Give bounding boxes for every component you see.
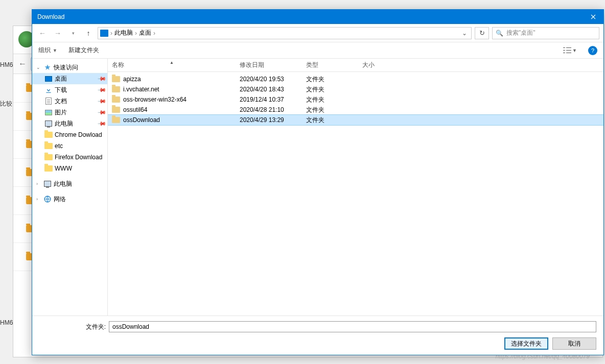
breadcrumb-sep: › [153,30,155,37]
folder-label: 文件夹: [39,323,106,331]
svg-rect-4 [563,53,565,53]
tree-this-pc[interactable]: › 此电脑 [32,178,107,189]
folder-icon [112,117,120,123]
file-type: 文件夹 [302,116,358,125]
forward-button[interactable]: → [52,27,64,39]
chevron-down-icon[interactable]: ⌄ [36,65,41,70]
column-type[interactable]: 类型 [302,61,358,69]
bg-back-icon: ← [18,59,27,68]
file-row[interactable]: apizza 2020/4/20 19:53 文件夹 [108,74,603,84]
pin-icon: 📌 [97,118,106,128]
tree-item-downloads[interactable]: 下载 📌 [32,84,107,95]
pin-icon: 📌 [97,85,106,94]
column-date[interactable]: 修改日期 [236,61,302,69]
chevron-right-icon[interactable]: › [36,181,41,186]
svg-rect-2 [563,50,565,51]
file-date: 2020/4/29 13:29 [236,116,302,124]
tree-item-pictures[interactable]: 图片 📌 [32,107,107,118]
tree-item-thispc-pinned[interactable]: 此电脑 📌 [32,118,107,129]
file-type: 文件夹 [302,85,358,94]
bg-left-label2: HM6 [0,319,13,326]
svg-rect-1 [566,47,571,48]
file-date: 2019/12/4 10:37 [236,96,302,103]
file-type: 文件夹 [302,95,358,104]
column-name[interactable]: 名称 ▲ [108,61,236,69]
file-date: 2020/4/28 21:10 [236,106,302,113]
tree-item-folder[interactable]: Firefox Download [32,152,107,163]
file-date: 2020/4/20 18:43 [236,86,302,93]
toolbar: 组织 ▼ 新建文件夹 ▼ ? [32,42,603,59]
select-folder-button[interactable]: 选择文件夹 [504,337,548,350]
back-button[interactable]: ← [36,27,49,39]
help-button[interactable]: ? [588,46,597,55]
network-icon [43,195,52,203]
file-list-body: apizza 2020/4/20 19:53 文件夹 i.vvchater.ne… [108,72,603,316]
tree-network[interactable]: › 网络 [32,193,107,205]
file-row[interactable]: i.vvchater.net 2020/4/20 18:43 文件夹 [108,84,603,94]
tree-label: 下载 [55,86,67,94]
tree-item-folder[interactable]: Chrome Dowload [32,129,107,140]
folder-icon [112,86,120,92]
recent-dropdown[interactable]: ▾ [67,27,79,39]
close-button[interactable] [583,10,603,24]
column-headers: 名称 ▲ 修改日期 类型 大小 [108,59,603,72]
file-list: 名称 ▲ 修改日期 类型 大小 apizza 2020/4/20 19:53 文… [108,59,603,316]
star-icon [43,63,52,71]
search-placeholder: 搜索"桌面" [506,29,536,37]
organize-menu[interactable]: 组织 ▼ [38,46,57,55]
breadcrumb-item[interactable]: 桌面 [139,29,151,37]
bg-left-label: HM6 [0,61,13,68]
file-row[interactable]: oss-browser-win32-x64 2019/12/4 10:37 文件… [108,94,603,105]
breadcrumb-sep: › [135,30,137,37]
breadcrumb-sep: › [110,30,112,37]
tree-label: 此电脑 [55,119,73,128]
tree-label: Firefox Download [55,154,102,161]
file-name: oss-browser-win32-x64 [123,96,187,103]
view-options[interactable]: ▼ [563,47,577,54]
refresh-button[interactable]: ↻ [475,27,489,39]
file-name: ossDownload [123,116,160,124]
folder-name-input[interactable] [109,321,596,332]
sort-asc-icon: ▲ [170,60,174,65]
file-row[interactable]: ossutil64 2020/4/28 21:10 文件夹 [108,105,603,115]
up-button[interactable]: ↑ [82,27,95,39]
content-area: ⌄ 快速访问 桌面 📌 下载 📌 文档 📌 图片 [32,59,603,316]
search-icon: 🔍 [496,30,503,37]
tree-label: 网络 [54,195,66,204]
pin-icon: 📌 [97,74,106,83]
pc-icon [44,119,53,128]
address-dropdown[interactable]: ⌄ [460,30,469,37]
column-size[interactable]: 大小 [358,61,404,69]
breadcrumb-item[interactable]: 此电脑 [114,29,133,37]
folder-icon [44,164,53,173]
desktop-icon [44,75,53,83]
file-row[interactable]: ossDownload 2020/4/29 13:29 文件夹 [108,115,603,125]
svg-rect-5 [566,53,571,53]
chevron-right-icon[interactable]: › [36,197,41,202]
tree-label: 此电脑 [54,180,72,188]
tree-item-folder[interactable]: WWW [32,163,107,174]
folder-icon [112,96,120,103]
tree-item-documents[interactable]: 文档 📌 [32,95,107,107]
cancel-button[interactable]: 取消 [552,337,596,350]
tree-item-folder[interactable]: etc [32,140,107,152]
button-row: 选择文件夹 取消 [39,337,596,350]
download-dialog: Download ← → ▾ ↑ › 此电脑 › 桌面 › ⌄ ↻ 🔍 搜索"桌… [32,9,604,355]
new-folder-button[interactable]: 新建文件夹 [68,46,99,55]
dialog-footer: 文件夹: 选择文件夹 取消 [32,316,603,355]
pin-icon: 📌 [97,107,106,117]
navigation-tree: ⌄ 快速访问 桌面 📌 下载 📌 文档 📌 图片 [32,59,108,316]
tree-item-desktop[interactable]: 桌面 📌 [32,73,107,84]
folder-icon [44,131,53,139]
address-bar[interactable]: › 此电脑 › 桌面 › ⌄ [98,27,472,39]
folder-icon [112,76,120,82]
tree-quick-access[interactable]: ⌄ 快速访问 [32,62,107,73]
download-icon [44,86,53,94]
dialog-title: Download [37,13,64,20]
bg-side-label: 比较 [0,100,12,108]
svg-rect-3 [566,50,571,51]
file-name: ossutil64 [123,106,147,113]
picture-icon [44,108,53,116]
folder-icon [44,153,53,161]
search-input[interactable]: 🔍 搜索"桌面" [492,27,599,39]
